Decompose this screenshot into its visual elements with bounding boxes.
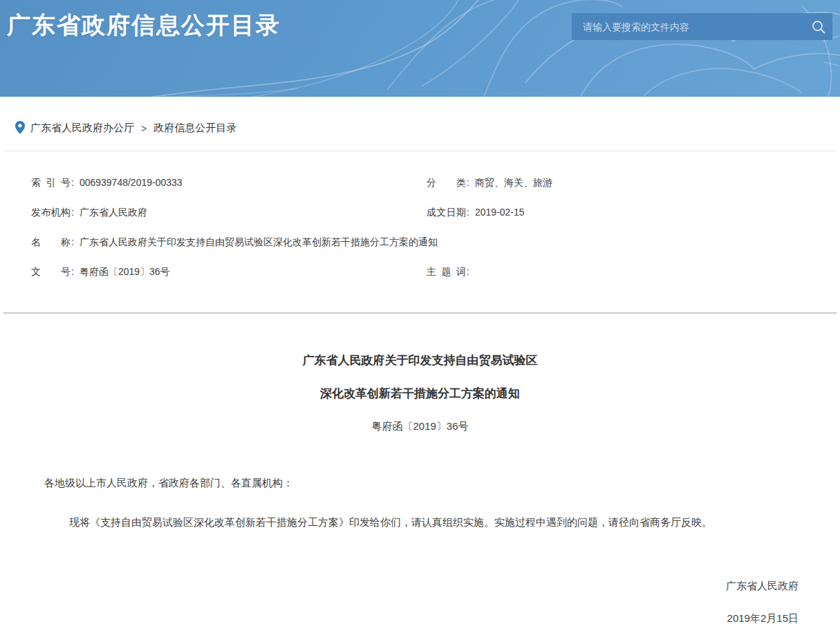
meta-keywords: 主题词: xyxy=(427,266,840,278)
meta-index-number-label: 索引号 xyxy=(31,177,71,189)
meta-issuer-value: 广东省人民政府 xyxy=(80,207,147,218)
meta-colon: : xyxy=(467,266,469,278)
breadcrumb-item-catalog[interactable]: 政府信息公开目录 xyxy=(153,122,236,135)
document-title-line1: 广东省人民政府关于印发支持自由贸易试验区 xyxy=(0,354,840,368)
meta-colon: : xyxy=(71,266,74,278)
breadcrumb-separator: > xyxy=(141,123,147,134)
search-button[interactable] xyxy=(805,13,832,40)
document-paragraph: 现将《支持自由贸易试验区深化改革创新若干措施分工方案》印发给你们，请认真组织实施… xyxy=(44,515,799,529)
meta-issuer: 发布机构:广东省人民政府 xyxy=(31,207,427,218)
search-input[interactable] xyxy=(572,13,805,40)
document-number: 粤府函〔2019〕36号 xyxy=(0,420,840,433)
meta-document-number: 文号:粤府函〔2019〕36号 xyxy=(31,266,427,278)
meta-document-name: 名称:广东省人民政府关于印发支持自由贸易试验区深化改革创新若干措施分工方案的通知 xyxy=(31,236,840,248)
meta-colon: : xyxy=(71,207,74,218)
meta-colon: : xyxy=(467,177,469,189)
meta-colon: : xyxy=(71,177,74,189)
meta-keywords-label: 主题词 xyxy=(427,266,466,278)
document-metadata: 索引号:006939748/2019-00333 分类:商贸、海关、旅游 发布机… xyxy=(0,151,840,278)
meta-category-value: 商贸、海关、旅游 xyxy=(475,177,552,188)
meta-index-number-value: 006939748/2019-00333 xyxy=(80,177,183,188)
breadcrumb: 广东省人民政府办公厅 > 政府信息公开目录 xyxy=(0,97,840,138)
search-icon xyxy=(811,19,826,35)
meta-document-name-label: 名称 xyxy=(31,236,71,248)
meta-date-written-value: 2019-02-15 xyxy=(475,207,525,218)
meta-date-written-label: 成文日期 xyxy=(427,207,466,218)
meta-category-label: 分类 xyxy=(427,177,466,189)
meta-document-number-value: 粤府函〔2019〕36号 xyxy=(80,266,170,277)
meta-document-name-value: 广东省人民政府关于印发支持自由贸易试验区深化改革创新若干措施分工方案的通知 xyxy=(80,236,438,247)
meta-index-number: 索引号:006939748/2019-00333 xyxy=(31,177,427,189)
meta-issuer-label: 发布机构 xyxy=(31,207,71,218)
page: 广东省政府信息公开目录 广东省人民政府办公厅 > 政府信息公开目录 索引号:00… xyxy=(0,0,840,635)
section-divider xyxy=(3,312,837,314)
page-title: 广东省政府信息公开目录 xyxy=(7,10,281,41)
document-title-line2: 深化改革创新若干措施分工方案的通知 xyxy=(0,387,840,401)
search-box xyxy=(572,13,832,40)
breadcrumb-item-office[interactable]: 广东省人民政府办公厅 xyxy=(30,122,134,135)
document-salutation: 各地级以上市人民政府，省政府各部门、各直属机构： xyxy=(44,476,799,489)
signature-issuer: 广东省人民政府 xyxy=(0,580,799,593)
signature-date: 2019年2月15日 xyxy=(0,612,799,625)
meta-document-number-label: 文号 xyxy=(31,266,71,278)
document-body: 各地级以上市人民政府，省政府各部门、各直属机构： 现将《支持自由贸易试验区深化改… xyxy=(0,476,840,529)
meta-colon: : xyxy=(71,236,74,248)
meta-category: 分类:商贸、海关、旅游 xyxy=(427,177,840,189)
page-header: 广东省政府信息公开目录 xyxy=(0,0,840,97)
location-pin-icon xyxy=(15,121,25,134)
meta-date-written: 成文日期:2019-02-15 xyxy=(427,207,840,218)
meta-colon: : xyxy=(467,207,469,218)
signature-block: 广东省人民政府 2019年2月15日 xyxy=(0,580,840,625)
document-content: 广东省人民政府关于印发支持自由贸易试验区 深化改革创新若干措施分工方案的通知 粤… xyxy=(0,354,840,625)
